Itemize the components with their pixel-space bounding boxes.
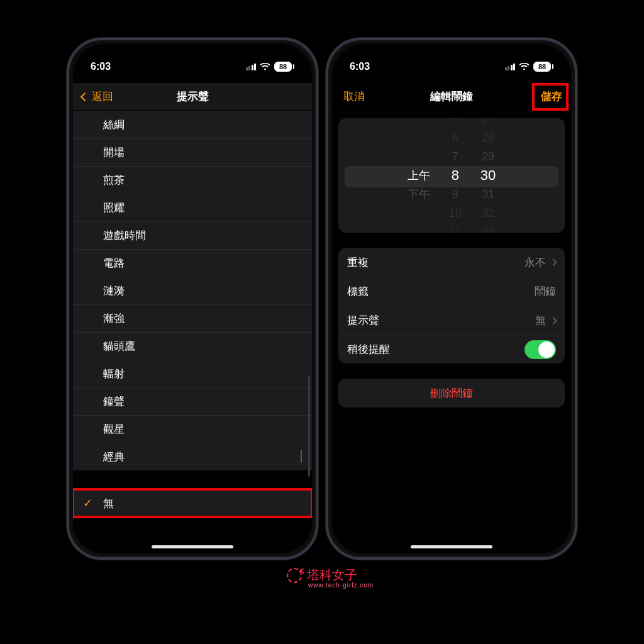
dynamic-island bbox=[417, 55, 486, 75]
time-picker[interactable]: ··· 上午 下午 ·· 5 6 7 8 9 10 11 bbox=[338, 118, 565, 233]
phone-right: 6:03 88 取消 編輯鬧鐘 儲存 bbox=[326, 38, 577, 560]
sound-row[interactable]: 鐘聲 bbox=[73, 387, 312, 415]
nav-bar: 返回 提示聲 bbox=[73, 83, 312, 111]
chevron-left-icon bbox=[80, 92, 89, 101]
wifi-icon bbox=[519, 63, 530, 70]
none-label: 無 bbox=[103, 496, 114, 511]
watermark-url: www.tech-girlz.com bbox=[308, 582, 374, 589]
row-sound[interactable]: 提示聲 無 bbox=[338, 306, 565, 335]
cancel-button[interactable]: 取消 bbox=[343, 89, 365, 104]
home-indicator[interactable] bbox=[411, 545, 492, 548]
row-snooze[interactable]: 稍後提醒 bbox=[338, 335, 565, 364]
sound-row-classic[interactable]: 經典 bbox=[73, 443, 312, 470]
sound-row[interactable]: 遊戲時間 bbox=[73, 221, 312, 249]
home-indicator[interactable] bbox=[152, 545, 233, 548]
snooze-toggle[interactable] bbox=[525, 340, 556, 359]
picker-hour[interactable]: 5 6 7 8 9 10 11 bbox=[449, 118, 462, 233]
sound-row[interactable]: 輻射 bbox=[73, 360, 312, 387]
alarm-settings: 重複 永不 標籤 鬧鐘 提示聲 無 稍後提醒 bbox=[338, 248, 565, 364]
sound-row[interactable]: 照耀 bbox=[73, 194, 312, 221]
chevron-right-icon bbox=[550, 258, 557, 265]
chevron-right-icon bbox=[301, 450, 302, 463]
sound-row[interactable]: 煎茶 bbox=[73, 166, 312, 194]
picker-ampm[interactable]: ··· 上午 下午 ·· bbox=[408, 118, 430, 233]
chevron-right-icon bbox=[550, 317, 557, 324]
save-button[interactable]: 儲存 bbox=[541, 89, 562, 104]
sound-row[interactable]: 漸強 bbox=[73, 304, 312, 332]
sound-row[interactable]: 觀星 bbox=[73, 415, 312, 443]
signal-icon bbox=[246, 64, 257, 70]
row-repeat[interactable]: 重複 永不 bbox=[338, 248, 565, 277]
sound-row[interactable]: 貓頭鷹 bbox=[73, 332, 312, 360]
page-title: 編輯鬧鐘 bbox=[430, 89, 473, 104]
status-time: 6:03 bbox=[91, 61, 111, 72]
phone-left: 6:03 88 返回 提示聲 絲綢 開場 煎茶 bbox=[67, 38, 318, 560]
wifi-icon bbox=[260, 63, 270, 70]
picker-minute[interactable]: 27 28 29 30 31 32 33 bbox=[480, 118, 496, 233]
sound-row[interactable]: 電路 bbox=[73, 249, 312, 277]
row-label[interactable]: 標籤 鬧鐘 bbox=[338, 277, 565, 306]
battery-icon: 88 bbox=[533, 62, 553, 72]
scrollbar[interactable] bbox=[308, 376, 310, 477]
back-button[interactable]: 返回 bbox=[82, 89, 113, 104]
back-label: 返回 bbox=[92, 89, 113, 104]
battery-icon: 88 bbox=[274, 62, 294, 72]
dynamic-island bbox=[158, 55, 227, 75]
sound-list: 絲綢 開場 煎茶 照耀 遊戲時間 電路 漣漪 漸強 貓頭鷹 輻射 鐘聲 觀星 經… bbox=[73, 111, 312, 470]
sound-row[interactable]: 絲綢 bbox=[73, 111, 312, 138]
page-title: 提示聲 bbox=[177, 89, 209, 104]
sound-row[interactable]: 開場 bbox=[73, 138, 312, 166]
nav-bar: 取消 編輯鬧鐘 儲存 bbox=[332, 83, 571, 111]
status-time: 6:03 bbox=[350, 61, 370, 72]
watermark-icon bbox=[287, 568, 302, 583]
watermark: 塔科女子 www.tech-girlz.com bbox=[287, 567, 357, 584]
signal-icon bbox=[505, 64, 516, 70]
check-icon: ✓ bbox=[83, 496, 92, 510]
delete-alarm-button[interactable]: 刪除鬧鐘 bbox=[338, 379, 565, 408]
sound-row[interactable]: 漣漪 bbox=[73, 277, 312, 304]
watermark-text: 塔科女子 bbox=[307, 567, 357, 584]
sound-row-none[interactable]: ✓ 無 bbox=[73, 489, 312, 517]
